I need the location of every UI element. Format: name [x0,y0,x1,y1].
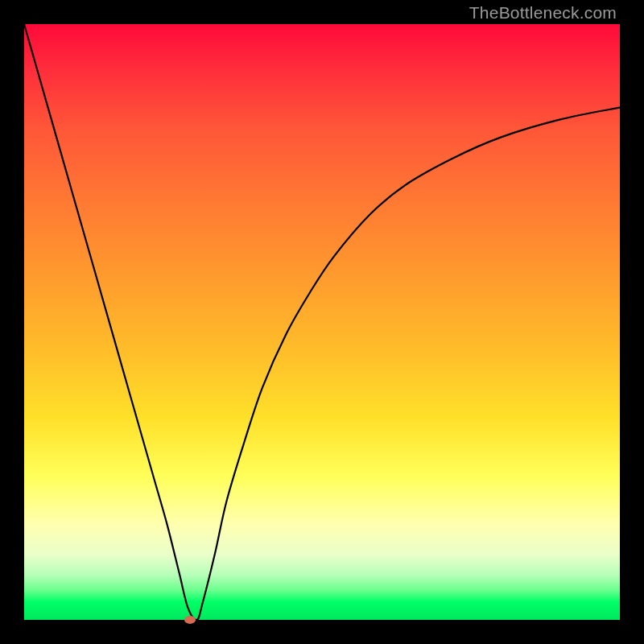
plot-area [24,24,620,620]
watermark-text: TheBottleneck.com [469,3,617,23]
current-point-marker [184,616,196,624]
bottleneck-curve [24,24,620,620]
chart-frame: TheBottleneck.com [0,0,644,644]
